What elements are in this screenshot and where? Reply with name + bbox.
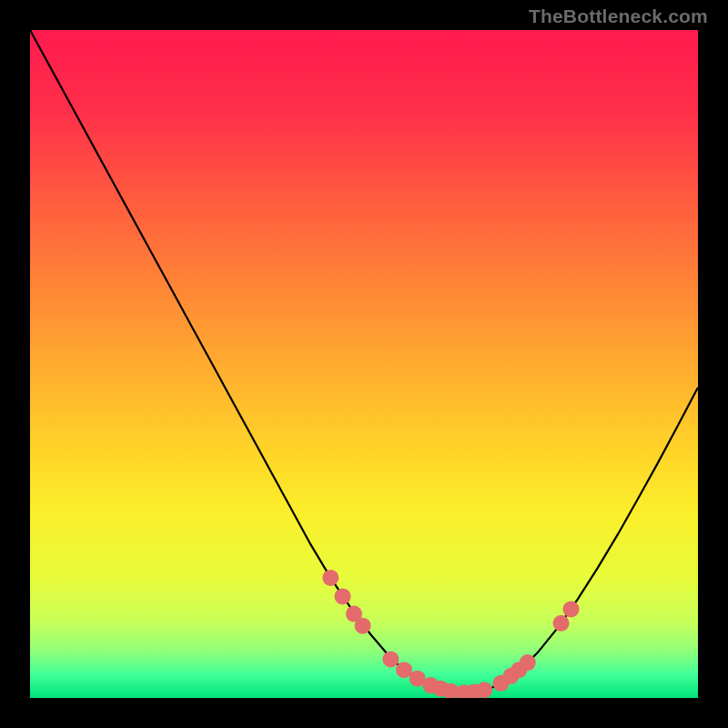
data-point: [476, 682, 492, 698]
chart-plot-area: [30, 30, 698, 698]
data-point: [563, 601, 580, 617]
chart-svg: [30, 30, 698, 698]
data-point: [322, 570, 339, 586]
data-point: [382, 651, 399, 667]
data-point: [520, 654, 536, 671]
data-point: [553, 615, 570, 632]
attribution-text: TheBottleneck.com: [529, 5, 708, 27]
gradient-background: [30, 30, 698, 698]
data-point: [335, 588, 351, 604]
data-point: [355, 618, 371, 634]
